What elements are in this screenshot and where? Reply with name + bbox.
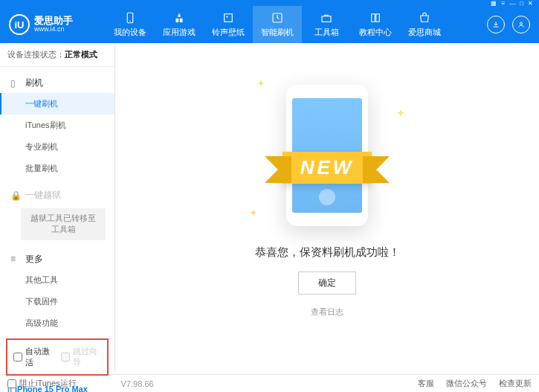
view-log-link[interactable]: 查看日志	[311, 306, 343, 318]
titlebar: ▦ ≡ — □ ✕	[0, 0, 539, 6]
nav-tutorial[interactable]: 教程中心	[351, 6, 400, 43]
footer-wechat[interactable]: 微信公众号	[446, 378, 487, 389]
sidebar: 设备连接状态：正常模式 ▯ 刷机 一键刷机 iTunes刷机 专业刷机 批量刷机…	[0, 43, 115, 374]
sidebar-item-advanced[interactable]: 高级功能	[0, 312, 114, 334]
skin-icon[interactable]: ▦	[491, 0, 497, 7]
nav-my-device[interactable]: 我的设备	[106, 6, 155, 43]
download-button[interactable]	[487, 16, 505, 33]
nav-store[interactable]: 爱思商城	[400, 6, 449, 43]
flash-icon	[271, 11, 284, 25]
sidebar-item-oneclick[interactable]: 一键刷机	[0, 93, 114, 115]
top-nav: 我的设备 应用游戏 铃声壁纸 智能刷机 工具箱 教程中心 爱思商城	[106, 6, 487, 43]
sidebar-section-flash[interactable]: ▯ 刷机	[0, 73, 114, 93]
block-itunes-checkbox[interactable]: 阻止iTunes运行	[7, 378, 77, 389]
nav-apps[interactable]: 应用游戏	[155, 6, 204, 43]
success-message: 恭喜您，保资料刷机成功啦！	[255, 245, 400, 260]
svg-point-6	[520, 22, 523, 25]
sidebar-item-download-fw[interactable]: 下载固件	[0, 291, 114, 312]
svg-rect-5	[322, 16, 331, 22]
nav-ringtone[interactable]: 铃声壁纸	[204, 6, 253, 43]
book-icon	[369, 11, 382, 25]
svg-point-1	[129, 21, 131, 22]
close-icon[interactable]: ✕	[528, 0, 533, 7]
options-highlighted: 自动激活 跳过向导	[6, 338, 109, 376]
success-illustration: ✦ ✦ ✦ NEW	[286, 85, 368, 226]
version-label: V7.98.66	[121, 379, 154, 388]
sidebar-section-jailbreak: 🔒 一键越狱	[0, 185, 114, 205]
sidebar-item-batch[interactable]: 批量刷机	[0, 158, 114, 179]
logo: iU 爱思助手 www.i4.cn	[9, 14, 106, 35]
app-title: 爱思助手	[34, 16, 73, 26]
confirm-button[interactable]: 确定	[298, 271, 356, 295]
skip-guide-checkbox[interactable]: 跳过向导	[61, 346, 101, 368]
lock-icon: 🔒	[10, 190, 21, 201]
nav-toolbox[interactable]: 工具箱	[302, 6, 351, 43]
jailbreak-moved-note: 越狱工具已转移至工具箱	[21, 208, 106, 240]
phone-icon	[123, 11, 137, 25]
header: iU 爱思助手 www.i4.cn 我的设备 应用游戏 铃声壁纸 智能刷机 工具…	[0, 6, 539, 43]
app-subtitle: www.i4.cn	[34, 26, 73, 33]
menu-icon[interactable]: ≡	[501, 0, 505, 7]
sidebar-item-other-tools[interactable]: 其他工具	[0, 269, 114, 291]
sidebar-item-pro[interactable]: 专业刷机	[0, 136, 114, 158]
footer-update[interactable]: 检查更新	[499, 378, 532, 389]
nav-flash[interactable]: 智能刷机	[253, 6, 302, 43]
store-icon	[418, 11, 431, 25]
user-button[interactable]	[512, 16, 530, 33]
sidebar-item-itunes[interactable]: iTunes刷机	[0, 115, 114, 136]
new-badge: NEW	[283, 152, 372, 184]
footer-support[interactable]: 客服	[418, 378, 434, 389]
phone-small-icon: ▯	[10, 78, 21, 89]
maximize-icon[interactable]: □	[520, 0, 523, 7]
svg-rect-2	[225, 14, 233, 22]
minimize-icon[interactable]: —	[509, 0, 515, 7]
main-panel: ✦ ✦ ✦ NEW 恭喜您，保资料刷机成功啦！ 确定 查看日志	[115, 43, 539, 374]
list-icon: ≡	[10, 254, 21, 264]
svg-point-3	[226, 16, 227, 17]
wallpaper-icon	[222, 11, 235, 25]
auto-activate-checkbox[interactable]: 自动激活	[13, 346, 54, 368]
logo-icon: iU	[9, 14, 30, 35]
connection-status: 设备连接状态：正常模式	[0, 43, 114, 67]
apps-icon	[172, 11, 186, 25]
sidebar-section-more[interactable]: ≡ 更多	[0, 249, 114, 269]
toolbox-icon	[320, 11, 333, 25]
